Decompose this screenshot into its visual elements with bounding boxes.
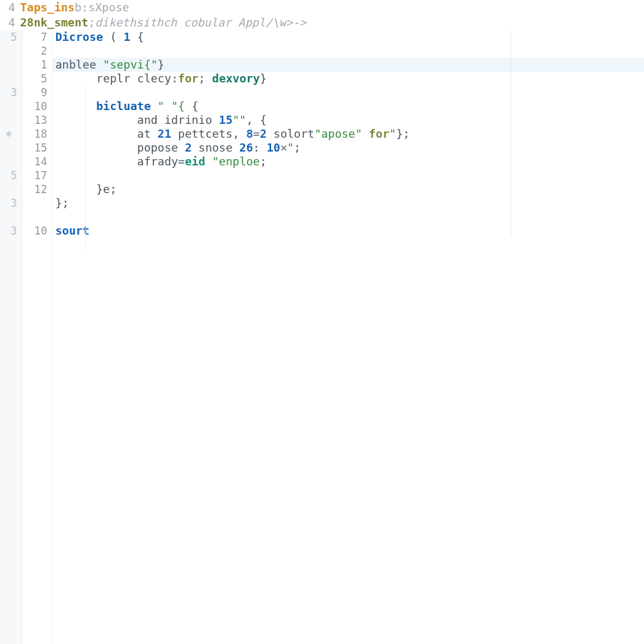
code-line[interactable] <box>53 86 644 99</box>
line-number[interactable]: 7 <box>23 30 52 44</box>
code-token: = <box>253 127 260 140</box>
code-token: Dicrose <box>55 30 103 43</box>
code-token: solort <box>267 127 314 140</box>
code-token: 8 <box>246 127 253 140</box>
line-number[interactable]: 13 <box>23 113 52 127</box>
code-token: "enploe <box>212 155 260 168</box>
line-number[interactable]: 5 <box>23 72 52 86</box>
breakpoint-marker-icon[interactable] <box>0 127 23 141</box>
code-token: 1 <box>123 30 130 43</box>
line-number[interactable]: 15 <box>23 141 52 155</box>
fold-gutter-cell[interactable] <box>0 141 22 155</box>
code-token: pettcets <box>171 127 233 140</box>
fold-gutter-cell[interactable]: 3 <box>0 86 22 99</box>
code-line[interactable]: }; <box>53 196 644 210</box>
code-token: "" <box>233 113 247 126</box>
code-token: 15 <box>219 113 233 126</box>
code-token: 2 <box>260 127 267 140</box>
code-token: replr clecy <box>96 72 171 85</box>
line-number[interactable]: 9 <box>23 86 52 99</box>
code-line[interactable]: and idrinio 15"", { <box>53 113 644 127</box>
code-token: at <box>137 127 158 140</box>
line-number[interactable]: 18 <box>23 127 52 141</box>
fold-gutter-cell[interactable]: 3 <box>0 196 22 210</box>
fold-gutter-cell[interactable] <box>0 182 22 196</box>
fold-gutter-cell[interactable] <box>0 72 22 86</box>
code-token <box>253 113 260 126</box>
code-token: dexvory <box>212 72 260 85</box>
code-token: 2 <box>185 141 192 154</box>
code-token: } <box>158 58 165 71</box>
fold-gutter-cell[interactable] <box>0 99 22 113</box>
code-token <box>205 155 212 168</box>
fold-gutter-cell[interactable] <box>0 155 22 169</box>
code-token: sourt <box>55 224 89 237</box>
code-token: { <box>137 30 144 43</box>
indent-whitespace <box>55 127 137 140</box>
gutter-fold-column[interactable]: 53533 <box>0 30 23 644</box>
line-number[interactable]: 10 <box>23 99 52 113</box>
line-number[interactable]: 12 <box>23 182 52 196</box>
fold-gutter-cell[interactable]: 3 <box>0 224 22 238</box>
ruler-guide <box>511 30 511 238</box>
line-number[interactable]: 2 <box>23 44 52 58</box>
fold-gutter-cell[interactable] <box>0 210 22 224</box>
code-token <box>240 127 247 140</box>
indent-whitespace <box>55 99 96 113</box>
code-token: × <box>280 141 287 154</box>
header-line-num: 4 <box>3 15 20 30</box>
code-token: eid <box>185 155 206 168</box>
line-number[interactable]: 10 <box>23 224 52 238</box>
code-token: 10 <box>267 141 280 154</box>
code-line[interactable]: bicluate " "{ { <box>53 99 644 113</box>
line-number[interactable] <box>23 210 52 224</box>
code-line[interactable]: }e; <box>53 182 644 196</box>
fold-gutter-cell[interactable]: 5 <box>0 30 22 44</box>
code-line[interactable]: anblee "sepvi{"} <box>53 58 644 72</box>
code-token <box>130 30 137 43</box>
breadcrumb-header: 4 Taps_ins b:sXpose 4 28nk_sment ; diket… <box>0 0 644 30</box>
code-token: ( <box>110 30 117 43</box>
code-token: , <box>246 113 253 126</box>
code-area[interactable]: 53533 721591013181514171210 Dicrose ( 1 … <box>0 30 644 644</box>
code-token: " <box>287 141 294 154</box>
code-line[interactable]: afrady=eid "enploe; <box>53 155 644 169</box>
code-line[interactable]: replr clecy:for; dexvory} <box>53 72 644 86</box>
code-token: { <box>192 99 199 113</box>
code-token: popose <box>137 141 185 154</box>
code-token: : <box>253 141 260 154</box>
code-token: for <box>369 127 390 140</box>
code-column[interactable]: Dicrose ( 1 {anblee "sepvi{"} replr clec… <box>53 30 644 644</box>
indent-whitespace <box>55 72 96 85</box>
code-token: , <box>233 127 240 140</box>
code-token: ; <box>260 155 267 168</box>
code-token: "sepvi{" <box>103 58 158 71</box>
indent-whitespace <box>55 113 137 126</box>
fold-gutter-cell[interactable] <box>0 113 22 127</box>
header-row-1: 4 Taps_ins b:sXpose <box>3 0 644 15</box>
code-editor[interactable]: 4 Taps_ins b:sXpose 4 28nk_sment ; diket… <box>0 0 644 644</box>
line-number[interactable]: 14 <box>23 155 52 169</box>
code-line[interactable]: Dicrose ( 1 { <box>53 30 644 44</box>
code-line[interactable] <box>53 44 644 58</box>
fold-gutter-cell[interactable]: 5 <box>0 169 22 182</box>
code-token: 21 <box>158 127 172 140</box>
code-line[interactable]: sourt <box>53 224 644 238</box>
code-token: " <box>389 127 396 140</box>
gutter-line-numbers[interactable]: 721591013181514171210 <box>23 30 53 644</box>
fold-gutter-cell[interactable] <box>0 44 22 58</box>
code-line[interactable] <box>53 169 644 182</box>
code-token: bicluate <box>96 99 151 113</box>
code-line[interactable]: at 21 pettcets, 8=2 solort"apose" for"}; <box>53 127 644 141</box>
line-number[interactable]: 17 <box>23 169 52 182</box>
fold-gutter-cell[interactable] <box>0 58 22 72</box>
line-number[interactable]: 1 <box>23 58 52 72</box>
code-line[interactable] <box>53 210 644 224</box>
line-number[interactable] <box>23 196 52 210</box>
code-token: for <box>178 72 199 85</box>
code-token <box>185 99 192 113</box>
header-punc: ; <box>88 15 95 30</box>
header-token-gray-italic: dikethsithch cobular Appl/\w>-> <box>95 15 306 30</box>
code-token: ; <box>294 141 301 154</box>
code-line[interactable]: popose 2 snose 26: 10×"; <box>53 141 644 155</box>
